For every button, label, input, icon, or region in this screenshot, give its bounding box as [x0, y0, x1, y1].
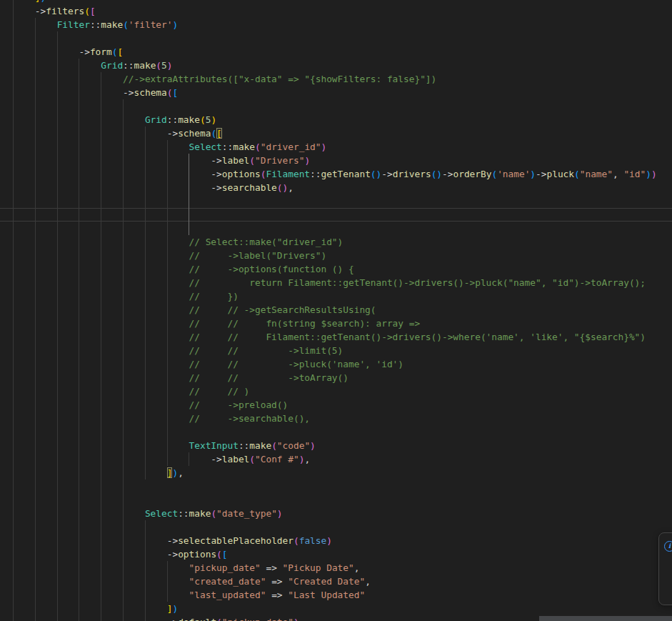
- code-line-text: // ->options(function () {: [0, 262, 672, 276]
- code-token: [13, 114, 145, 125]
- code-token: ::: [310, 169, 321, 179]
- code-token: [13, 508, 145, 519]
- current-code-line[interactable]: [0, 208, 672, 222]
- notification-toast[interactable]: i: [658, 532, 672, 605]
- code-token: searchable: [222, 182, 277, 193]
- code-line[interactable]: // }): [0, 289, 672, 303]
- indent-guide: [79, 493, 79, 507]
- code-line[interactable]: Select::make("driver_id"): [0, 140, 672, 154]
- code-line[interactable]: ->selectablePlaceholder(false): [0, 534, 672, 547]
- code-token: // }): [189, 291, 239, 302]
- code-line[interactable]: ]),: [0, 466, 672, 480]
- code-line[interactable]: ->filters([: [0, 4, 672, 18]
- code-line[interactable]: ->schema([: [0, 86, 672, 99]
- indent-guide: [35, 493, 36, 507]
- code-token: [13, 413, 189, 424]
- code-line[interactable]: ->label("Conf #"),: [0, 452, 672, 466]
- code-token: make: [178, 114, 200, 125]
- code-token: ): [41, 0, 46, 3]
- code-line-text: // ->preload(): [0, 398, 672, 412]
- active-indent-guide: [189, 194, 189, 208]
- code-token: "Last Updated": [288, 590, 365, 600]
- code-token: ,: [288, 182, 294, 193]
- code-token: ->: [79, 46, 89, 57]
- code-token: ->: [123, 87, 134, 98]
- code-token: (: [491, 169, 497, 179]
- code-line[interactable]: ->label("Drivers"): [0, 154, 672, 167]
- horizontal-scrollbar[interactable]: [539, 616, 672, 621]
- code-line[interactable]: Grid::make(5): [0, 113, 672, 126]
- code-line[interactable]: "pickup_date" => "Pickup Date",: [0, 561, 672, 575]
- code-line[interactable]: // // ->getSearchResultsUsing(: [0, 303, 672, 317]
- code-token: [13, 182, 211, 193]
- code-line[interactable]: [0, 480, 672, 493]
- code-line[interactable]: ]): [0, 602, 672, 615]
- code-token: "code": [277, 440, 310, 451]
- code-line-text: ->options([: [0, 547, 672, 561]
- code-token: // return Filament::getTenant()->drivers…: [189, 277, 646, 288]
- code-token: ): [326, 535, 332, 546]
- code-line[interactable]: // // ->limit(5): [0, 344, 672, 357]
- code-token: (: [123, 19, 129, 30]
- code-line[interactable]: ->searchable(),: [0, 181, 672, 194]
- code-line[interactable]: // return Filament::getTenant()->drivers…: [0, 276, 672, 289]
- code-token: =>: [261, 562, 283, 573]
- indent-guide: [35, 222, 36, 235]
- code-token: ,: [354, 562, 360, 573]
- code-line[interactable]: [0, 31, 672, 45]
- code-line[interactable]: // // ->pluck('name', 'id'): [0, 357, 672, 371]
- code-line-text: ]): [0, 602, 672, 615]
- code-line[interactable]: // // ): [0, 384, 672, 398]
- indent-guide: [13, 208, 14, 222]
- code-token: Grid: [101, 60, 123, 71]
- code-line[interactable]: [0, 99, 672, 113]
- code-line[interactable]: // // ->toArray(): [0, 371, 672, 384]
- code-token: [13, 277, 189, 288]
- indent-guide: [13, 493, 14, 507]
- code-token: pluck: [547, 169, 575, 179]
- code-line[interactable]: ->options(Filament::getTenant()->drivers…: [0, 167, 672, 181]
- code-line[interactable]: // // fn(string $search): array =>: [0, 317, 672, 330]
- code-token: [13, 128, 167, 139]
- code-token: [13, 576, 189, 587]
- indent-guide: [145, 520, 146, 534]
- code-token: ::: [123, 60, 134, 71]
- code-token: // ->preload(): [189, 399, 289, 410]
- code-line[interactable]: "last_updated" => "Last Updated": [0, 588, 672, 602]
- code-line[interactable]: [0, 194, 672, 208]
- code-token: [13, 332, 189, 342]
- code-line[interactable]: [0, 425, 672, 439]
- code-line[interactable]: // ->label("Drivers"): [0, 249, 672, 262]
- code-line[interactable]: [0, 520, 672, 534]
- code-line-text: // // fn(string $search): array =>: [0, 317, 672, 330]
- code-token: // ->label("Drivers"): [189, 250, 327, 261]
- code-line[interactable]: // ->searchable(),: [0, 412, 672, 425]
- code-line[interactable]: // ->options(function () {: [0, 262, 672, 276]
- code-token: "Drivers": [255, 155, 304, 166]
- code-token: [13, 141, 189, 152]
- indent-guide: [35, 194, 36, 208]
- code-line-text: // // ): [0, 384, 672, 398]
- code-line[interactable]: Grid::make(5): [0, 59, 672, 72]
- code-line[interactable]: //->extraAttributes(["x-data" => "{showF…: [0, 72, 672, 86]
- code-token: // Select::make("driver_id"): [189, 237, 343, 247]
- code-line[interactable]: ->options([: [0, 547, 672, 561]
- code-line[interactable]: TextInput::make("code"): [0, 439, 672, 452]
- code-line[interactable]: Filter::make('filter'): [0, 18, 672, 31]
- code-line[interactable]: // // Filament::getTenant()->drivers()->…: [0, 330, 672, 344]
- code-line[interactable]: "created_date" => "Created Date",: [0, 575, 672, 588]
- code-line[interactable]: [0, 222, 672, 235]
- code-line[interactable]: ->schema([: [0, 126, 672, 140]
- code-token: (: [156, 60, 161, 71]
- code-line[interactable]: [0, 493, 672, 507]
- code-line-text: TextInput::make("code"): [0, 439, 672, 452]
- code-line[interactable]: // Select::make("driver_id"): [0, 235, 672, 249]
- code-line[interactable]: ->form([: [0, 45, 672, 59]
- code-editor[interactable]: ]) ->filters([ Filter::make('filter') ->…: [0, 0, 672, 621]
- code-line[interactable]: // ->preload(): [0, 398, 672, 412]
- code-token: label: [222, 454, 250, 464]
- indent-guide: [13, 222, 14, 235]
- indent-guide: [167, 425, 168, 439]
- code-line[interactable]: Select::make("date_type"): [0, 507, 672, 520]
- code-line-text: Filter::make('filter'): [0, 18, 672, 31]
